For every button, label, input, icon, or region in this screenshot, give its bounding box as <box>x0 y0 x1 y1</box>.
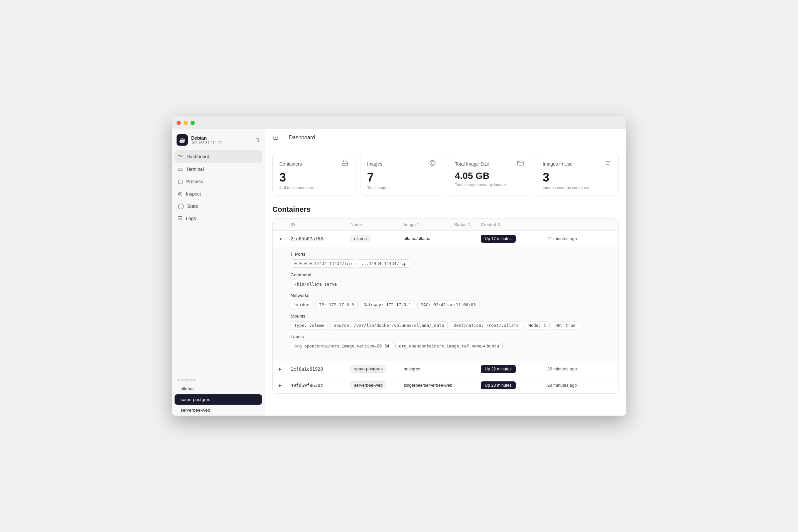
close-button[interactable] <box>176 121 181 125</box>
container-name-badge-some-postgres: some-postgres <box>350 365 386 373</box>
th-spacer <box>547 222 614 227</box>
th-name[interactable]: Name <box>350 222 404 227</box>
containers-table: ID Name Image ⇅ Status ⇅ <box>272 218 619 394</box>
sidebar-container-ollama[interactable]: ollama <box>174 384 262 394</box>
detail-ports: ℹ Ports 0.0.0.0:11434 11434/tcp :::11434… <box>291 252 601 268</box>
stat-card-images-header: Images <box>367 159 436 168</box>
server-text: Debian 192.168.31.214:22 <box>191 135 222 145</box>
dashboard-icon: 〜 <box>178 153 183 160</box>
container-image-ollama: ollama/ollama <box>404 236 454 241</box>
command-tags: /bin/ollama serve <box>291 280 601 288</box>
svg-point-10 <box>518 161 519 162</box>
stat-card-images-in-use-value: 3 <box>543 171 612 184</box>
stat-card-total-size-sub: Total storage used by images <box>455 183 524 187</box>
containers-section: Containers ollama some-postgres serverbe… <box>172 375 265 416</box>
stat-card-images-in-use-sub: Images used by containers <box>543 186 612 190</box>
ports-info-icon: ℹ <box>291 252 292 257</box>
labels-label: Labels <box>291 334 304 339</box>
terminal-icon: ▭ <box>178 166 183 172</box>
titlebar <box>172 116 626 129</box>
sidebar-item-dashboard[interactable]: 〜 Dashboard <box>174 150 262 163</box>
network-tag-2: Gateway: 172.17.0.1 <box>360 301 415 309</box>
sidebar-item-label: Logs <box>186 216 196 221</box>
maximize-button[interactable] <box>191 121 195 125</box>
inspect-icon: ◎ <box>178 191 183 197</box>
created-sort-icon: ⇅ <box>497 223 500 227</box>
sidebar-item-label: Terminal <box>186 167 204 172</box>
mount-tag-2: Destination: /root/.ollama <box>450 321 522 329</box>
container-row-main-some-postgres[interactable]: ▶ 1cf0a1c61928 some-postgres postgres Up… <box>273 361 619 377</box>
main-scroll-area: Containers 3 4 of total containers <box>265 146 626 416</box>
container-id-serverbee-web: 49fd69f9630c <box>291 383 350 388</box>
stat-card-images-sub: Total images <box>367 186 436 190</box>
stat-card-total-size-title: Total Image Size <box>455 161 490 167</box>
expand-button-some-postgres[interactable]: ▶ <box>277 365 291 373</box>
expand-button-ollama[interactable]: ▼ <box>277 235 291 242</box>
stat-card-images-in-use-title: Images In Use <box>543 161 573 167</box>
detail-ports-header: ℹ Ports <box>291 252 601 257</box>
containers-section-label: Containers <box>172 375 265 383</box>
stat-card-images: Images <box>360 153 443 196</box>
th-created[interactable]: Created ⇅ <box>481 222 547 227</box>
command-label: Command <box>291 272 311 277</box>
sidebar-toggle-button[interactable]: ⊡ <box>272 133 279 142</box>
stats-icon: ◯ <box>178 203 184 209</box>
ports-tags: 0.0.0.0:11434 11434/tcp :::11434 11434/t… <box>291 259 601 268</box>
mounts-tags: Type: volume Source: /var/lib/docker/vol… <box>291 321 601 329</box>
sidebar-item-terminal[interactable]: ▭ Terminal <box>174 163 262 175</box>
sidebar-item-logs[interactable]: ☰ Logs <box>174 212 262 224</box>
th-expand <box>277 222 291 227</box>
sidebar-item-label: Dashboard <box>187 154 209 159</box>
container-name-badge-serverbee-web: serverbee-web <box>350 381 386 389</box>
container-name-badge-ollama: ollama <box>350 235 370 242</box>
container-name-serverbee-web: serverbee-web <box>350 381 404 389</box>
detail-networks-header: Networks <box>291 293 601 298</box>
sidebar-container-serverbee-web[interactable]: serverbee-web <box>174 405 262 415</box>
image-sort-icon: ⇅ <box>417 223 420 227</box>
th-image[interactable]: Image ⇅ <box>404 222 454 227</box>
command-tag-0: /bin/ollama serve <box>291 280 341 288</box>
process-icon: ▢ <box>178 178 183 185</box>
server-switcher[interactable]: ⇅ <box>256 137 260 143</box>
label-tag-0: org.opencontainers.image.version=20.04 <box>291 342 393 350</box>
detail-networks: Networks bridge IP: 172.17.0.3 Gateway: … <box>291 293 601 309</box>
container-row-main-serverbee-web[interactable]: ▶ 49fd69f9630c serverbee-web zingerbee/s… <box>273 377 619 393</box>
sidebar-item-inspect[interactable]: ◎ Inspect <box>174 188 262 200</box>
nav-items: 〜 Dashboard ▭ Terminal ▢ Process ◎ Inspe… <box>172 149 265 375</box>
container-image-serverbee-web: zingerbee/serverbee-web <box>404 383 454 388</box>
stat-card-containers-title: Containers <box>279 161 302 167</box>
stat-card-containers-sub: 4 of total containers <box>279 186 348 190</box>
status-badge-some-postgres: Up 22 minutes <box>481 365 516 373</box>
networks-label: Networks <box>291 293 309 298</box>
sidebar-item-label: Stats <box>187 204 198 209</box>
header-separator <box>284 134 284 141</box>
sidebar-header: ☕ Debian 192.168.31.214:22 ⇅ <box>172 129 265 149</box>
main-header: ⊡ Dashboard <box>265 129 626 146</box>
sidebar-item-stats[interactable]: ◯ Stats <box>174 200 262 212</box>
sidebar-item-process[interactable]: ▢ Process <box>174 175 262 187</box>
svg-point-3 <box>431 162 434 164</box>
detail-labels-header: Labels <box>291 334 601 339</box>
container-row-main-ollama[interactable]: ▼ 2ce65b07a768 ollama ollama/ollama Up 1… <box>273 231 619 247</box>
container-status-some-postgres: Up 22 minutes <box>481 365 547 373</box>
sidebar-container-some-postgres[interactable]: some-postgres <box>174 394 262 405</box>
total-size-card-icon <box>517 159 524 168</box>
ports-label: Ports <box>295 252 306 257</box>
sidebar: ☕ Debian 192.168.31.214:22 ⇅ 〜 Dashboard… <box>172 129 265 416</box>
table-row-serverbee-web: ▶ 49fd69f9630c serverbee-web zingerbee/s… <box>273 377 619 393</box>
containers-section-title: Containers <box>272 205 619 214</box>
label-tag-1: org.opencontainers.image.ref.name=ubuntu <box>395 342 503 350</box>
expand-button-serverbee-web[interactable]: ▶ <box>277 382 291 389</box>
container-name-ollama: ollama <box>350 235 404 242</box>
minimize-button[interactable] <box>184 121 188 125</box>
th-status[interactable]: Status ⇅ <box>454 222 481 227</box>
networks-tags: bridge IP: 172.17.0.3 Gateway: 172.17.0.… <box>291 301 601 309</box>
port-tag-1: :::11434 11434/tcp <box>358 259 410 268</box>
app-window: ☕ Debian 192.168.31.214:22 ⇅ 〜 Dashboard… <box>172 116 626 416</box>
th-id[interactable]: ID <box>291 222 350 227</box>
mount-tag-1: Source: /var/lib/docker/volumes/ollama/_… <box>330 321 448 329</box>
mounts-label: Mounts <box>291 314 305 319</box>
server-ip: 192.168.31.214:22 <box>191 141 222 145</box>
svg-point-2 <box>430 160 435 166</box>
sidebar-item-label: Inspect <box>186 191 201 196</box>
